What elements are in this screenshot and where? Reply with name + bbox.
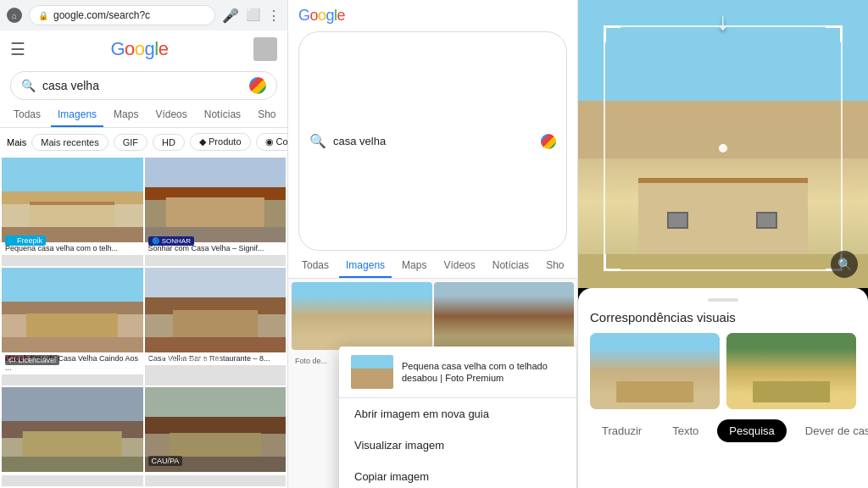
visual-matches-grid: [590, 333, 856, 409]
p2-tab-imagens[interactable]: Imagens: [339, 254, 392, 278]
context-item-abrir[interactable]: Abrir imagem em nova guia: [339, 398, 576, 430]
lens-tab-dever[interactable]: Dever de casa: [793, 419, 868, 442]
search-bar[interactable]: 🔍 casa velha: [10, 71, 277, 100]
tab-imagens[interactable]: Imagens: [51, 103, 103, 127]
filters-row: Mais Mais recentes GIF HD ◆ Produto ◉ Co…: [0, 128, 287, 156]
visual-match-2[interactable]: [726, 333, 856, 409]
context-menu-title: Pequena casa velha com o telhado desabou…: [402, 360, 565, 385]
url-text: google.com/search?c: [53, 9, 206, 21]
lens-tab-pesquisa[interactable]: Pesquisa: [717, 419, 786, 442]
mic-icon[interactable]: 🎤: [222, 8, 239, 24]
tab-todas[interactable]: Todas: [7, 103, 47, 127]
mais-filter[interactable]: Mais: [7, 137, 26, 147]
context-menu: Pequena casa velha com o telhado desabou…: [339, 347, 576, 488]
p2-bg-img2: [434, 282, 575, 350]
lens-viewfinder: ↓ 🔍: [578, 0, 868, 288]
lens-tabs: Traduzir Texto Pesquisa Dever de casa C: [590, 419, 856, 442]
google-logo: Google: [110, 38, 168, 60]
filter-gif[interactable]: GIF: [114, 134, 147, 151]
p2-lens-icon[interactable]: [541, 134, 556, 149]
panel-google-search: ⌂ 🔒 google.com/search?c 🎤 ⬜ ⋮ ☰ Google 🔍…: [0, 0, 288, 488]
badge-cau: CAU/PA: [148, 456, 183, 466]
tab-maps[interactable]: Maps: [107, 103, 145, 127]
p2-search-bar[interactable]: 🔍 casa velha: [298, 31, 567, 251]
lock-icon: 🔒: [38, 11, 48, 20]
p2-tab-todas[interactable]: Todas: [295, 254, 336, 278]
lens-tab-texto[interactable]: Texto: [660, 419, 710, 442]
panel-google-lens: ↓ 🔍 Correspondências visuais: [578, 0, 868, 488]
tab-sho[interactable]: Sho: [251, 103, 282, 127]
badge-licenciavel: 🏷 Licenciável: [5, 355, 59, 365]
image-label-6: [145, 472, 287, 475]
p2-search-icon: 🔍: [309, 133, 326, 149]
context-item-visualizar[interactable]: Visualizar imagem: [339, 430, 576, 461]
image-cell-5[interactable]: [2, 387, 143, 486]
p2-tab-maps[interactable]: Maps: [395, 254, 433, 278]
visual-match-1[interactable]: [590, 333, 720, 409]
filter-recentes[interactable]: Mais recentes: [31, 134, 108, 151]
more-icon[interactable]: ⋮: [267, 8, 281, 24]
p2-search-query: casa velha: [333, 135, 534, 147]
image-cell-3[interactable]: 🏷 Licenciável iStock Foto de Casa Velha …: [2, 268, 143, 385]
context-menu-header: Pequena casa velha com o telhado desabou…: [339, 347, 576, 398]
p2-tab-noticias[interactable]: Notícias: [486, 254, 536, 278]
p2-google-logo: Google: [298, 7, 345, 25]
bottom-sheet-handle: [708, 298, 738, 302]
image-cell-6[interactable]: CAU/PA: [145, 387, 287, 486]
visual-matches-title: Correspondências visuais: [590, 310, 856, 324]
p2-tab-sho[interactable]: Sho: [539, 254, 570, 278]
context-thumb: [351, 355, 393, 389]
lens-arrow: ↓: [717, 8, 729, 36]
search-icon: 🔍: [21, 79, 36, 92]
panel2-header: Google: [288, 0, 577, 31]
context-item-copiar[interactable]: Copiar imagem: [339, 461, 576, 488]
p2-images-row: [288, 279, 577, 353]
image-cell-4[interactable]: ☆ Oba Gastronomia Casa Velha Bar e Resta…: [145, 268, 287, 385]
p2-nav-tabs: Todas Imagens Maps Vídeos Notícias Sho: [288, 254, 577, 279]
tab-videos[interactable]: Vídeos: [148, 103, 193, 127]
lens-tab-traduzir[interactable]: Traduzir: [590, 419, 654, 442]
browser-bar: ⌂ 🔒 google.com/search?c 🎤 ⬜ ⋮: [0, 0, 287, 30]
filter-produto[interactable]: ◆ Produto: [190, 133, 251, 151]
lens-search-button[interactable]: 🔍: [831, 251, 858, 278]
user-avatar[interactable]: [253, 37, 277, 61]
p2-tab-videos[interactable]: Vídeos: [437, 254, 481, 278]
search-query: casa velha: [42, 79, 242, 92]
google-header: ☰ Google: [0, 30, 287, 68]
home-icon[interactable]: ⌂: [7, 8, 22, 23]
tab-icon[interactable]: ⬜: [246, 8, 260, 24]
image-label-5: [2, 472, 143, 475]
google-lens-icon[interactable]: [249, 77, 266, 94]
url-bar[interactable]: 🔒 google.com/search?c: [29, 5, 215, 25]
badge-sonhar: 🔵 SONHAR: [148, 236, 194, 246]
panel-google-context: Google 🔍 casa velha Todas Imagens Maps V…: [288, 0, 578, 488]
images-grid: ✦ Freepik Pequena casa velha com o telh.…: [0, 156, 287, 488]
p2-bg-img1: [292, 282, 432, 350]
badge-freepik: ✦ Freepik: [5, 236, 46, 246]
image-cell-1[interactable]: ✦ Freepik Pequena casa velha com o telh.…: [2, 158, 143, 266]
tab-noticias[interactable]: Notícias: [198, 103, 248, 127]
filter-cor[interactable]: ◉ Cor: [256, 133, 287, 151]
image-cell-2[interactable]: 🔵 SONHAR Sonhar com Casa Velha – Signif.…: [145, 158, 287, 266]
nav-tabs: Todas Imagens Maps Vídeos Notícias Sho: [0, 103, 287, 128]
lens-results-panel: Correspondências visuais Traduzir Texto …: [578, 288, 868, 488]
badge-oba: ☆ Oba Gastronomia: [148, 353, 226, 365]
filter-hd[interactable]: HD: [153, 134, 185, 151]
browser-actions: 🎤 ⬜ ⋮: [222, 8, 281, 24]
hamburger-menu[interactable]: ☰: [10, 39, 25, 59]
p2-bg-images: Foto de... Pequena casa velha com o telh…: [288, 279, 577, 488]
lens-image: [578, 0, 868, 288]
